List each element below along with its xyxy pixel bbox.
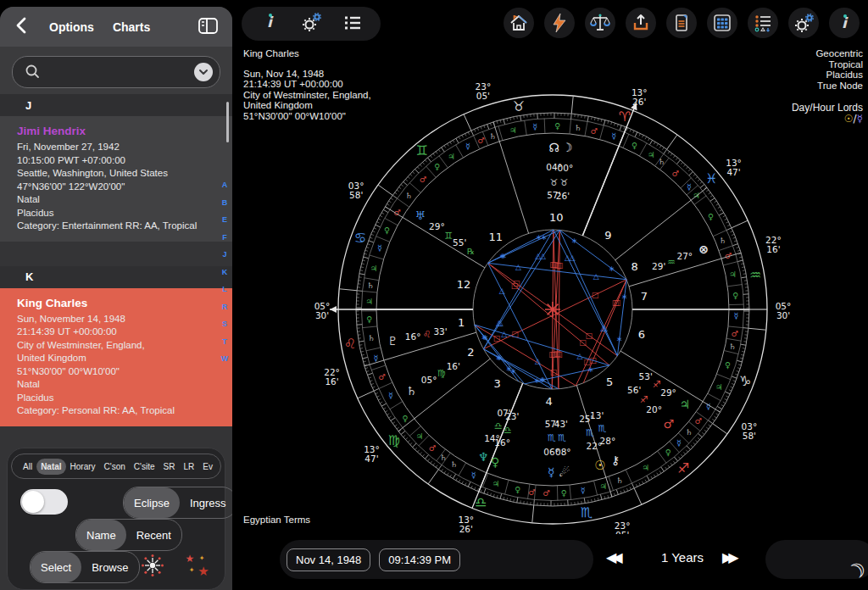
- filter-tab-csite[interactable]: C'site: [130, 459, 159, 475]
- chart-entry-detail-line: Sun, November 14, 1948: [17, 313, 220, 326]
- eclipse-button[interactable]: Eclipse: [124, 487, 180, 518]
- svg-text:✦: ✦: [189, 566, 195, 574]
- mars-sign: ♐: [640, 394, 648, 405]
- filter-tab-ev[interactable]: Ev: [198, 459, 217, 475]
- index-letter-K[interactable]: K: [222, 268, 228, 286]
- back-button[interactable]: [12, 14, 34, 40]
- ingress-button[interactable]: Ingress: [180, 487, 232, 518]
- aspect-marker-opposition: □: [556, 261, 564, 270]
- step-amount-label[interactable]: 1 Years: [644, 550, 721, 565]
- term-glyph: ♃: [416, 431, 424, 441]
- name-recent-group: Name Recent: [75, 519, 182, 551]
- uranus-minute: 55': [453, 237, 466, 248]
- term-glyph: ♀: [665, 448, 671, 457]
- chart-entry-king-charles[interactable]: King CharlesSun, November 14, 194821:14:…: [0, 288, 232, 426]
- part-of-fortune-glyph: ⊗: [698, 242, 709, 256]
- term-glyph: ♄: [719, 236, 726, 245]
- nav-charts[interactable]: Charts: [113, 20, 150, 34]
- index-letter-W[interactable]: W: [221, 354, 229, 372]
- chart-sparkle-button[interactable]: [139, 552, 166, 582]
- search-input[interactable]: [12, 56, 220, 88]
- term-glyph: ♀: [708, 212, 714, 221]
- term-glyph: ♀: [384, 225, 390, 235]
- term-glyph: ♄: [686, 427, 693, 437]
- venus-glyph: ♀: [491, 455, 499, 469]
- sidebar: Options Charts: [0, 0, 232, 590]
- search-icon: [21, 61, 47, 83]
- jupiter-glyph: ♃: [680, 398, 691, 411]
- scrollbar[interactable]: [226, 102, 229, 142]
- uranus-degree: 29°: [429, 221, 445, 231]
- cusp-label-11: 23°05': [476, 81, 492, 101]
- index-letter-T[interactable]: T: [222, 337, 227, 355]
- time-button[interactable]: 09:14:39 PM: [379, 548, 460, 571]
- filter-tab-horary[interactable]: Horary: [66, 459, 100, 475]
- index-letter-B[interactable]: B: [222, 198, 228, 216]
- house-number-8: 8: [632, 260, 638, 273]
- recent-button[interactable]: Recent: [126, 520, 181, 550]
- term-glyph: ♄: [405, 191, 413, 200]
- chart-entry-detail-line: 21:14:39 UT +00:00:00: [17, 326, 220, 339]
- date-button[interactable]: Nov 14, 1948: [287, 548, 370, 571]
- filter-tab-all[interactable]: All: [19, 459, 36, 475]
- mercury-glyph: ☿: [548, 465, 555, 479]
- term-glyph: ☿: [377, 243, 382, 253]
- aspect-marker-sextile: ∗: [536, 233, 542, 242]
- index-letter-S[interactable]: S: [222, 320, 227, 337]
- filter-tab-natal[interactable]: Natal: [36, 459, 65, 475]
- term-glyph: ♀: [632, 141, 637, 150]
- nav-options[interactable]: Options: [49, 20, 94, 34]
- name-button[interactable]: Name: [76, 520, 126, 550]
- index-letter-R[interactable]: R: [222, 303, 228, 320]
- aspect-marker-sextile: ∗: [616, 335, 623, 343]
- step-forward-button[interactable]: ▶▶: [722, 549, 735, 565]
- aspect-marker-sextile: ∗: [506, 365, 513, 373]
- select-button[interactable]: Select: [31, 552, 81, 582]
- zodiac-glyph-scorpio: ♏: [581, 504, 593, 520]
- term-glyph: ☿: [373, 353, 378, 363]
- term-glyph: ♂: [429, 443, 437, 453]
- natal-chart-wheel[interactable]: ♈♉♊♋♌♍♎♏♐♑♒♓♃♀☿♂♄♀☿♃♄♂☿♃♀♂♄♂♀☿♃♄♃♀♄☿♂☿♀♃…: [232, 0, 868, 590]
- moon-sign: ♉: [559, 177, 568, 188]
- term-glyph: ♂: [590, 126, 598, 136]
- alphabet-index[interactable]: ABEFJKLRSTW: [220, 181, 230, 372]
- browse-button[interactable]: Browse: [81, 552, 138, 582]
- step-back-button[interactable]: ◀◀: [606, 549, 619, 565]
- cusp-label-9: 13°47': [726, 158, 742, 177]
- house-number-4: 4: [546, 395, 553, 408]
- comet-point-minute: 43': [554, 419, 568, 429]
- term-glyph: ♀: [725, 360, 731, 370]
- index-letter-L[interactable]: L: [222, 285, 227, 303]
- favorites-button[interactable]: ★★✦✦: [183, 552, 212, 582]
- saturn-sign: ♍: [437, 368, 446, 379]
- aspect-marker-trine: △: [593, 272, 599, 281]
- filter-toggle[interactable]: [20, 489, 68, 515]
- term-glyph: ♂: [420, 175, 427, 184]
- filter-tab-cson[interactable]: C'son: [100, 459, 130, 475]
- chart-entry-jimi-hendrix[interactable]: Jimi HendrixFri, November 27, 194210:15:…: [0, 116, 232, 242]
- term-glyph: ♃: [492, 479, 500, 488]
- section-header-K: K: [0, 266, 232, 288]
- index-letter-F[interactable]: F: [222, 233, 227, 251]
- filter-tab-sr[interactable]: SR: [159, 459, 180, 475]
- section-header-J: J: [0, 94, 232, 116]
- filter-tab-lr[interactable]: LR: [179, 459, 198, 475]
- term-glyph: ♀: [434, 162, 440, 171]
- sidebar-toggle-button[interactable]: [197, 14, 220, 40]
- pluto-glyph: ♇: [387, 334, 398, 348]
- term-glyph: ☿: [676, 438, 682, 448]
- index-letter-J[interactable]: J: [222, 250, 226, 268]
- pluto-minute: 33': [433, 326, 447, 337]
- neptune-sign: ♎: [494, 420, 503, 431]
- search-options-button[interactable]: [194, 63, 213, 81]
- aspect-marker-sextile: ∗: [499, 252, 506, 260]
- north-node-degree: 04°: [546, 162, 562, 172]
- index-letter-E[interactable]: E: [222, 215, 227, 233]
- comet-point-glyph: ☄: [559, 465, 570, 479]
- aspect-marker-trine: △: [501, 330, 507, 338]
- section-letter: K: [25, 270, 33, 283]
- terms-label: Egyptian Terms: [243, 515, 310, 525]
- sidebar-nav: Options Charts: [0, 7, 232, 47]
- index-letter-A[interactable]: A: [222, 181, 228, 198]
- search-row: [0, 47, 232, 94]
